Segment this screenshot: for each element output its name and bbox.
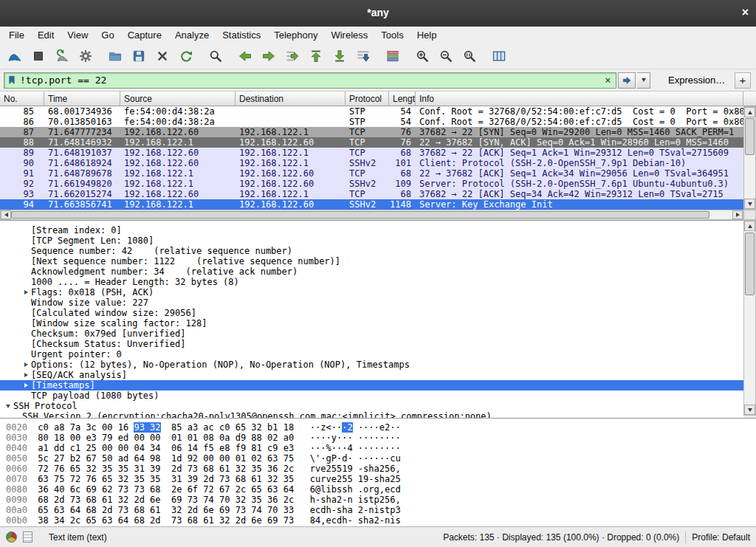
packet-row-91[interactable]: 9171.648789678192.168.122.1192.168.122.6…: [0, 168, 743, 179]
detail-row[interactable]: Checksum: 0x79ed [unverified]: [0, 328, 743, 339]
detail-row[interactable]: Sequence number: 42 (relative sequence n…: [0, 246, 743, 256]
packet-row-90[interactable]: 9071.648618924192.168.122.60192.168.122.…: [0, 158, 743, 168]
packet-row-93[interactable]: 9371.662015274192.168.122.60192.168.122.…: [0, 189, 743, 199]
packet-row-94[interactable]: 9471.663856741192.168.122.1192.168.122.6…: [0, 199, 743, 210]
filter-bookmark-icon[interactable]: [7, 75, 17, 86]
packet-row-89[interactable]: 8971.648191037192.168.122.60192.168.122.…: [0, 148, 743, 158]
column-header-no[interactable]: No.: [0, 92, 44, 106]
save-file-button[interactable]: [128, 47, 149, 66]
scroll-up-button[interactable]: [744, 107, 755, 117]
go-back-button[interactable]: [235, 47, 255, 66]
packet-row-88[interactable]: 8871.648146932192.168.122.1192.168.122.6…: [0, 137, 743, 148]
filter-apply-button[interactable]: [618, 72, 636, 89]
menu-edit[interactable]: Edit: [31, 28, 61, 42]
go-last-button[interactable]: [329, 47, 350, 66]
expander-icon[interactable]: [21, 383, 31, 388]
restart-capture-button[interactable]: [52, 47, 72, 66]
column-header-source[interactable]: Source: [120, 92, 236, 106]
column-header-destination[interactable]: Destination: [236, 92, 346, 106]
colorize-packets-button[interactable]: [382, 47, 403, 66]
menu-view[interactable]: View: [61, 28, 94, 42]
detail-row[interactable]: [Checksum Status: Unverified]: [0, 339, 743, 349]
find-packet-button[interactable]: [205, 47, 226, 66]
expander-icon[interactable]: [3, 405, 13, 408]
start-capture-button[interactable]: [4, 47, 25, 66]
scroll-up-button[interactable]: [744, 221, 755, 231]
hex-row-0020[interactable]: 0020 c0 a8 7a 3c 00 16 93 32 85 a3 ac c0…: [0, 422, 756, 433]
hex-row-0060[interactable]: 0060 72 76 65 32 35 35 31 39 2d 73 68 61…: [0, 464, 756, 474]
packet-list-scroll-thumb[interactable]: [745, 118, 755, 155]
packet-list-hscroll-thumb[interactable]: [11, 211, 709, 219]
filter-input[interactable]: [20, 75, 599, 86]
hex-row-0030[interactable]: 0030 80 18 00 e3 79 ed 00 00 01 01 08 0a…: [0, 433, 756, 443]
auto-scroll-button[interactable]: [353, 47, 374, 66]
reload-file-button[interactable]: [176, 47, 196, 66]
detail-row[interactable]: [SEQ/ACK analysis]: [0, 370, 743, 380]
scroll-down-button[interactable]: [744, 199, 755, 209]
go-to-packet-button[interactable]: [282, 47, 303, 66]
expression-button[interactable]: Expression…: [664, 73, 729, 87]
detail-scroll-thumb[interactable]: [745, 233, 755, 295]
menu-help[interactable]: Help: [410, 28, 444, 42]
zoom-reset-button[interactable]: [459, 47, 480, 66]
detail-row[interactable]: [Timestamps]: [0, 380, 743, 391]
packet-row-87[interactable]: 8771.647777234192.168.122.60192.168.122.…: [0, 127, 743, 137]
expander-icon[interactable]: [21, 290, 31, 295]
scroll-left-button[interactable]: [1, 210, 11, 219]
packet-row-86[interactable]: 8670.013850163fe:54:00:d4:38:2aSTP54Conf…: [0, 117, 743, 127]
scroll-down-button[interactable]: [744, 405, 755, 415]
expert-info-icon[interactable]: [6, 531, 17, 543]
detail-row[interactable]: 1000 .... = Header Length: 32 bytes (8): [0, 277, 743, 287]
detail-row[interactable]: TCP payload (1080 bytes): [0, 391, 743, 401]
zoom-in-button[interactable]: [412, 47, 433, 66]
filter-history-dropdown[interactable]: [637, 72, 650, 89]
capture-options-button[interactable]: [75, 47, 96, 66]
go-first-button[interactable]: [306, 47, 326, 66]
menu-telephony[interactable]: Telephony: [267, 28, 324, 42]
expander-icon[interactable]: [21, 373, 31, 377]
filter-add-button[interactable]: +: [735, 72, 751, 89]
detail-row[interactable]: [Next sequence number: 1122 (relative se…: [0, 256, 743, 266]
detail-row[interactable]: [Calculated window size: 29056]: [0, 308, 743, 318]
resize-columns-button[interactable]: [489, 47, 509, 66]
detail-row[interactable]: Acknowledgment number: 34 (relative ack …: [0, 266, 743, 277]
column-header-length[interactable]: Length: [389, 92, 416, 106]
menu-statistics[interactable]: Statistics: [216, 28, 267, 42]
close-file-button[interactable]: [152, 47, 173, 66]
detail-row[interactable]: Urgent pointer: 0: [0, 349, 743, 359]
packet-row-85[interactable]: 8568.001734936fe:54:00:d4:38:2aSTP54Conf…: [0, 106, 743, 117]
packet-row-92[interactable]: 9271.661949820192.168.122.1192.168.122.6…: [0, 179, 743, 189]
expander-icon[interactable]: [21, 362, 31, 367]
hex-row-0070[interactable]: 0070 63 75 72 76 65 32 35 35 31 39 2d 73…: [0, 474, 756, 484]
menu-file[interactable]: File: [2, 28, 31, 42]
capture-comment-icon[interactable]: [23, 531, 32, 543]
status-profile[interactable]: Profile: Default: [692, 532, 750, 543]
column-header-time[interactable]: Time: [44, 92, 120, 106]
scroll-right-button[interactable]: [732, 210, 743, 219]
window-close-button[interactable]: ×: [742, 6, 749, 19]
hex-row-0090[interactable]: 0090 68 2d 73 68 61 32 2d 6e 69 73 74 70…: [0, 495, 756, 505]
hex-row-00b0[interactable]: 00b0 38 34 2c 65 63 64 68 2d 73 68 61 32…: [0, 515, 756, 526]
column-header-info[interactable]: Info: [416, 92, 743, 106]
detail-row[interactable]: Flags: 0x018 (PSH, ACK): [0, 287, 743, 297]
zoom-out-button[interactable]: [436, 47, 456, 66]
detail-row[interactable]: [TCP Segment Len: 1080]: [0, 235, 743, 246]
detail-row[interactable]: [Window size scaling factor: 128]: [0, 318, 743, 328]
menu-capture[interactable]: Capture: [121, 28, 168, 42]
menu-wireless[interactable]: Wireless: [324, 28, 374, 42]
menu-go[interactable]: Go: [94, 28, 120, 42]
detail-row[interactable]: Window size value: 227: [0, 297, 743, 308]
detail-row[interactable]: Options: (12 bytes), No-Operation (NOP),…: [0, 359, 743, 370]
go-forward-button[interactable]: [258, 47, 279, 66]
menu-tools[interactable]: Tools: [374, 28, 410, 42]
stop-capture-button[interactable]: [28, 47, 49, 66]
column-header-protocol[interactable]: Protocol: [346, 92, 389, 106]
hex-row-0080[interactable]: 0080 36 40 6c 69 62 73 73 68 2e 6f 72 67…: [0, 484, 756, 495]
menu-analyze[interactable]: Analyze: [168, 28, 216, 42]
filter-clear-icon[interactable]: ×: [602, 75, 613, 86]
hex-row-0050[interactable]: 0050 5c 27 b2 67 50 ad 64 98 1d 92 00 00…: [0, 453, 756, 464]
open-file-button[interactable]: [105, 47, 126, 66]
hex-row-0040[interactable]: 0040 a1 dd c1 25 00 00 04 34 06 14 f5 e8…: [0, 443, 756, 453]
detail-row[interactable]: [Stream index: 0]: [0, 225, 743, 235]
detail-row[interactable]: SSH Protocol: [0, 401, 743, 411]
